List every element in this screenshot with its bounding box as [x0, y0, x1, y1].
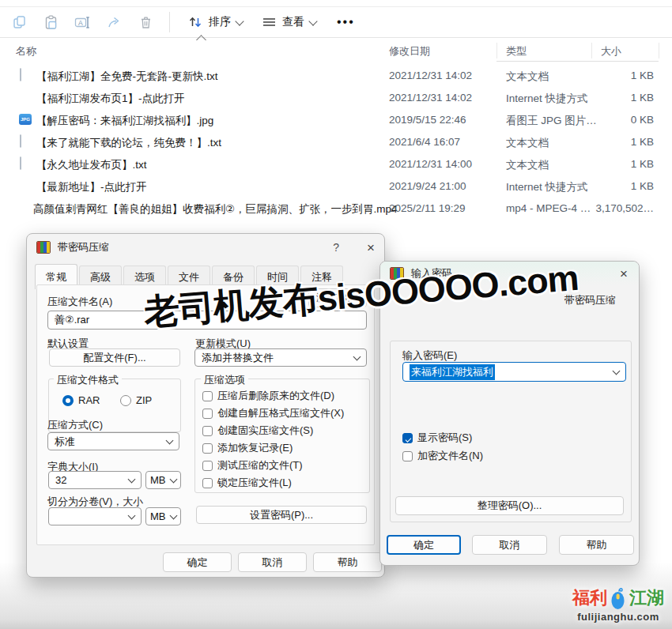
checkbox-icon [202, 391, 213, 401]
trash-icon [138, 15, 153, 30]
checkbox-label: 创建固实压缩文件(S) [217, 424, 313, 438]
mp4-video-icon [16, 202, 28, 215]
set-password-button[interactable]: 设置密码(P)... [196, 506, 367, 524]
cancel-button[interactable]: 取消 [238, 552, 307, 572]
checkbox-icon [402, 433, 413, 443]
checkbox-test[interactable]: 测试压缩的文件(T) [202, 458, 303, 473]
checkbox-encrypt-names[interactable]: 加密文件名(N) [402, 449, 483, 463]
file-size: 1 KB [581, 180, 654, 192]
winrar-icon [36, 241, 51, 254]
logo-text-part1: 福利 [572, 586, 607, 610]
rename-button[interactable]: A [66, 9, 98, 35]
column-header-type[interactable]: 类型 [506, 44, 527, 58]
toolbar-separator [169, 12, 170, 32]
help-button[interactable]: ? [333, 241, 339, 254]
edge-shortcut-icon [19, 91, 32, 104]
profiles-button[interactable]: 配置文件(F)... [49, 348, 180, 367]
checkbox-label: 创建自解压格式压缩文件(X) [217, 406, 344, 420]
column-header-underline [496, 61, 659, 62]
file-name: 【解压密码：来福利江湖找福利】.jpg [36, 114, 213, 128]
column-header-date[interactable]: 修改日期 [389, 44, 430, 58]
file-date: 2021/12/31 14:02 [389, 70, 472, 81]
table-row[interactable]: 【永久地址发布页】.txt 2021/12/31 14:00 文本文档 1 KB [0, 153, 672, 175]
file-size: 0 KB [581, 114, 654, 126]
file-size: 1 KB [581, 92, 654, 104]
archive-name-label: 压缩文件名(A) [47, 295, 112, 309]
checkbox-label: 显示密码(S) [417, 431, 472, 445]
help-button[interactable]: 帮助 [313, 552, 382, 572]
delete-button[interactable] [130, 9, 161, 35]
checkbox-label: 锁定压缩文件(L) [217, 476, 292, 490]
table-row[interactable]: 【福利江湖】全免费-无套路-更新快.txt 2021/12/31 14:02 文… [0, 65, 672, 87]
chevron-down-icon [613, 367, 621, 375]
sort-arrows-icon [187, 15, 203, 29]
compression-method-label: 压缩方式(C) [47, 418, 103, 432]
radio-zip[interactable]: ZIP [120, 394, 152, 406]
password-input[interactable]: 来福利江湖找福利 [402, 362, 626, 382]
explorer-command-bar: A 排序 查看 [0, 6, 672, 38]
chevron-down-icon [353, 353, 361, 361]
help-button[interactable]: 帮助 [559, 535, 634, 555]
ok-button[interactable]: 确定 [163, 552, 232, 572]
table-row[interactable]: JPG 【解压密码：来福利江湖找福利】.jpg 2019/5/15 22:46 … [0, 109, 672, 131]
checkbox-show-password[interactable]: 显示密码(S) [402, 431, 472, 445]
txt-file-icon [19, 69, 32, 82]
password-selected-text: 来福利江湖找福利 [410, 364, 495, 380]
checkbox-icon [202, 443, 213, 454]
cancel-button[interactable]: 取消 [472, 535, 547, 555]
checkbox-sfx[interactable]: 创建自解压格式压缩文件(X) [202, 406, 344, 420]
file-date: 2021/6/4 16:07 [389, 136, 460, 148]
column-divider[interactable] [591, 43, 592, 58]
checkbox-label: 测试压缩的文件(T) [217, 458, 303, 473]
copy-button[interactable] [3, 9, 35, 35]
view-label: 查看 [282, 15, 304, 29]
column-divider[interactable] [659, 43, 659, 58]
chevron-down-icon [128, 512, 136, 520]
view-menu-button[interactable]: 查看 [252, 9, 326, 35]
column-header-size[interactable]: 大小 [601, 44, 621, 58]
checkbox-lock[interactable]: 锁定压缩文件(L) [202, 476, 292, 490]
compression-options-label: 压缩选项 [201, 373, 248, 387]
file-size: 3,170,502… [581, 202, 654, 214]
paste-icon [43, 15, 59, 30]
chevron-down-icon [170, 512, 178, 520]
close-icon[interactable]: × [620, 267, 628, 281]
paste-button[interactable] [35, 9, 66, 35]
table-row[interactable]: 【福利江湖发布页1】-点此打开 2021/12/31 14:02 Interne… [0, 87, 672, 109]
compress-dialog-titlebar[interactable]: 带密码压缩 ? × [27, 234, 384, 261]
column-header-name[interactable]: 名称 [16, 44, 36, 58]
checkbox-icon [402, 451, 413, 461]
dictionary-size-select[interactable]: 32 [48, 471, 142, 489]
split-unit-select[interactable]: MB [145, 507, 181, 525]
checkbox-label: 加密文件名(N) [417, 449, 483, 463]
checkbox-recovery[interactable]: 添加恢复记录(E) [202, 441, 293, 455]
file-size: 1 KB [581, 136, 654, 148]
file-date: 2021/12/31 14:02 [389, 92, 472, 104]
ok-button[interactable]: 确定 [387, 535, 461, 555]
file-size: 1 KB [581, 158, 654, 170]
share-button[interactable] [98, 9, 130, 35]
checkbox-label: 压缩后删除原来的文件(D) [217, 389, 334, 403]
table-row[interactable]: 高颜值刺青网红【善良的姐姐】收费福利②，巨屌搞洞、扩张，一步到胃.mp4 202… [0, 198, 672, 220]
sort-label: 排序 [209, 15, 231, 29]
archive-name-value: 善②.rar [55, 313, 89, 327]
column-divider[interactable] [496, 43, 497, 58]
compression-method-select[interactable]: 标准 [47, 432, 179, 450]
checkbox-solid[interactable]: 创建固实压缩文件(S) [202, 424, 313, 438]
radio-rar[interactable]: RAR [62, 394, 100, 406]
close-icon[interactable]: × [367, 241, 375, 254]
split-volumes-select[interactable] [48, 507, 142, 525]
chevron-down-icon [170, 476, 178, 484]
organize-passwords-button[interactable]: 整理密码(O)... [395, 496, 624, 515]
table-row[interactable]: 【来了就能下载的论坛，纯免费！】.txt 2021/6/4 16:07 文本文档… [0, 131, 672, 153]
checkbox-icon [202, 426, 213, 436]
checkbox-delete-after[interactable]: 压缩后删除原来的文件(D) [202, 389, 334, 403]
radio-label: RAR [78, 394, 100, 406]
more-options-button[interactable]: ••• [326, 15, 366, 29]
update-mode-select[interactable]: 添加并替换文件 [194, 348, 367, 367]
dictionary-unit-select[interactable]: MB [145, 471, 181, 489]
file-name: 【最新地址】-点此打开 [36, 180, 147, 194]
radio-icon [62, 395, 74, 406]
sort-menu-button[interactable]: 排序 [178, 9, 252, 35]
table-row[interactable]: 【最新地址】-点此打开 2021/9/24 21:00 Internet 快捷方… [0, 175, 672, 198]
